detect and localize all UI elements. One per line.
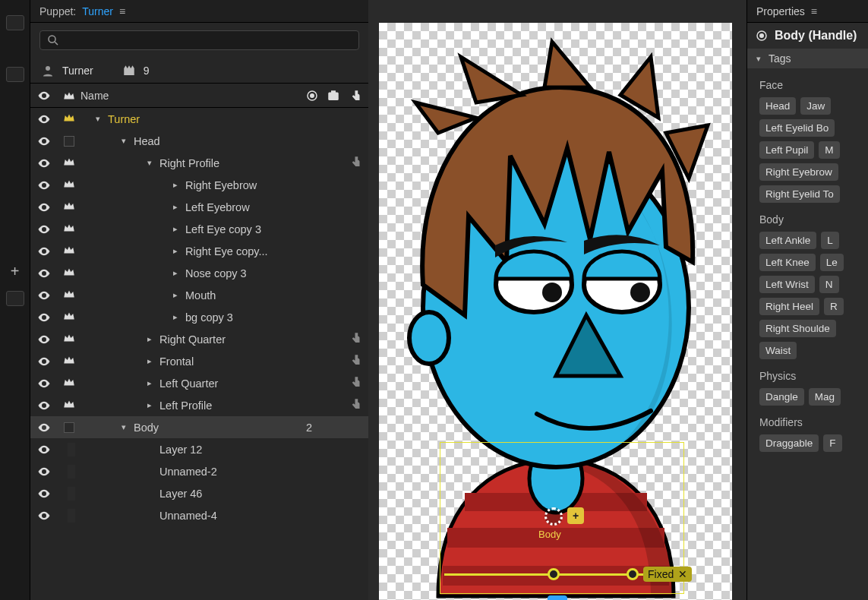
tag-chip[interactable]: Left Knee [759, 254, 816, 271]
search-input[interactable] [39, 30, 359, 50]
visibility-toggle[interactable] [30, 223, 58, 236]
tree-row[interactable]: ▸Left Eye copy 3 [30, 218, 368, 240]
tool-slot[interactable] [6, 15, 24, 30]
tag-chip[interactable]: Mag [809, 388, 841, 406]
visibility-toggle[interactable] [30, 421, 58, 434]
panel-menu-icon[interactable]: ≡ [119, 5, 125, 17]
crown-icon [62, 397, 76, 413]
chevron-icon[interactable]: ▸ [144, 378, 155, 388]
visibility-toggle[interactable] [30, 465, 58, 478]
visibility-toggle[interactable] [30, 245, 58, 258]
tree-row[interactable]: ▸Left Profile [30, 394, 368, 416]
visibility-toggle[interactable] [30, 134, 58, 148]
tag-chip[interactable]: Right Shoulde [759, 320, 836, 337]
tag-chip[interactable]: N [819, 276, 839, 293]
add-handle-button[interactable]: + [548, 595, 567, 600]
tree-row[interactable]: ▸Frontal [30, 350, 368, 372]
tag-chip[interactable]: Right Eyebrow [759, 163, 838, 181]
tag-chip[interactable]: Waist [759, 342, 797, 359]
visibility-toggle[interactable] [30, 355, 58, 368]
tag-chip[interactable]: Head [759, 97, 796, 115]
visibility-toggle[interactable] [30, 289, 58, 302]
chevron-icon[interactable]: ▸ [170, 180, 181, 190]
name-header-label: Name [80, 90, 109, 102]
visibility-toggle[interactable] [30, 487, 58, 501]
tag-chip[interactable]: Left Wrist [759, 276, 815, 293]
tree-row[interactable]: ▾Right Profile [30, 152, 368, 174]
visibility-toggle[interactable] [30, 399, 58, 412]
svg-point-2 [46, 66, 50, 71]
visibility-toggle[interactable] [30, 178, 58, 192]
tag-chip[interactable]: Left Ankle [759, 232, 816, 249]
tag-chip[interactable]: Right Heel [759, 298, 819, 315]
tree-row[interactable]: ▸Right Eyebrow [30, 174, 368, 196]
tree-row[interactable]: Layer 12 [30, 438, 368, 460]
tree-row[interactable]: ▾Body2 [30, 416, 368, 438]
tree-row[interactable]: ▸Left Eyebrow [30, 196, 368, 218]
tree-row[interactable]: ▸Right Quarter [30, 328, 368, 350]
chevron-icon[interactable]: ▾ [118, 136, 129, 146]
visibility-toggle[interactable] [30, 443, 58, 456]
hierarchy-tree[interactable]: ▾Turner▾Head▾Right Profile▸Right Eyebrow… [30, 108, 368, 600]
add-tag-button[interactable]: + [567, 507, 584, 524]
tags-section-header[interactable]: ▾ Tags [747, 49, 868, 68]
chevron-icon[interactable]: ▾ [93, 114, 103, 124]
tag-chip[interactable]: Dangle [759, 388, 804, 406]
tree-row[interactable]: ▸Right Eye copy... [30, 240, 368, 262]
close-icon[interactable]: ✕ [678, 568, 687, 580]
tree-row[interactable]: Unnamed-4 [30, 504, 368, 526]
pin-handle[interactable] [627, 568, 639, 580]
tag-chip[interactable]: Draggable [759, 434, 819, 452]
tag-chip[interactable]: Right Eyelid To [759, 185, 840, 203]
visibility-toggle[interactable] [30, 156, 58, 170]
chevron-icon[interactable]: ▾ [144, 158, 155, 168]
tree-row[interactable]: ▾Turner [30, 108, 368, 130]
origin-handle[interactable] [544, 507, 563, 526]
puppet-name-link[interactable]: Turner [82, 5, 113, 17]
pin-handle[interactable] [548, 568, 560, 580]
tag-chip[interactable]: M [819, 141, 839, 159]
fixed-chip[interactable]: Fixed ✕ [643, 567, 692, 582]
chevron-icon[interactable]: ▸ [170, 312, 181, 322]
chevron-icon[interactable]: ▾ [118, 422, 129, 432]
add-tool-icon[interactable]: + [11, 263, 20, 280]
tag-chip[interactable]: L [821, 232, 839, 249]
name-header[interactable]: Name [80, 90, 301, 102]
row-label: Left Eyebrow [185, 201, 250, 213]
tree-row[interactable]: ▸Nose copy 3 [30, 262, 368, 284]
tool-slot[interactable] [6, 291, 24, 306]
tree-row[interactable]: ▸Left Quarter [30, 372, 368, 394]
canvas[interactable]: + Body Fixed ✕ + [368, 0, 746, 600]
crown-icon [62, 353, 76, 369]
tree-row[interactable]: Layer 46 [30, 482, 368, 504]
visibility-toggle[interactable] [30, 201, 58, 214]
chevron-icon[interactable]: ▸ [144, 334, 155, 344]
tag-chip[interactable]: Left Pupil [759, 141, 814, 159]
tag-chip[interactable]: F [823, 434, 841, 452]
tag-chip[interactable]: R [824, 298, 844, 315]
svg-point-0 [49, 36, 55, 43]
chevron-icon[interactable]: ▸ [170, 268, 181, 278]
tree-row[interactable]: ▸Mouth [30, 284, 368, 306]
tree-row[interactable]: Unnamed-2 [30, 460, 368, 482]
chevron-icon[interactable]: ▸ [144, 356, 155, 366]
tree-row[interactable]: ▾Head [30, 130, 368, 152]
tag-chip[interactable]: Jaw [800, 97, 831, 115]
visibility-toggle[interactable] [30, 311, 58, 324]
visibility-toggle[interactable] [30, 377, 58, 390]
chevron-icon[interactable]: ▸ [170, 290, 181, 300]
chevron-icon[interactable]: ▸ [170, 246, 181, 256]
chevron-icon[interactable]: ▸ [170, 224, 181, 234]
tree-row[interactable]: ▸bg copy 3 [30, 306, 368, 328]
chevron-icon[interactable]: ▸ [144, 400, 155, 410]
panel-menu-icon[interactable]: ≡ [811, 5, 817, 17]
visibility-toggle[interactable] [30, 267, 58, 280]
tag-chip[interactable]: Le [820, 254, 844, 271]
tool-slot[interactable] [6, 67, 24, 82]
visibility-toggle[interactable] [30, 333, 58, 346]
tag-chip[interactable]: Left Eyelid Bo [759, 119, 835, 137]
stage[interactable]: + Body Fixed ✕ + [379, 23, 732, 600]
visibility-toggle[interactable] [30, 509, 58, 523]
chevron-icon[interactable]: ▸ [170, 202, 181, 212]
visibility-toggle[interactable] [30, 112, 58, 126]
